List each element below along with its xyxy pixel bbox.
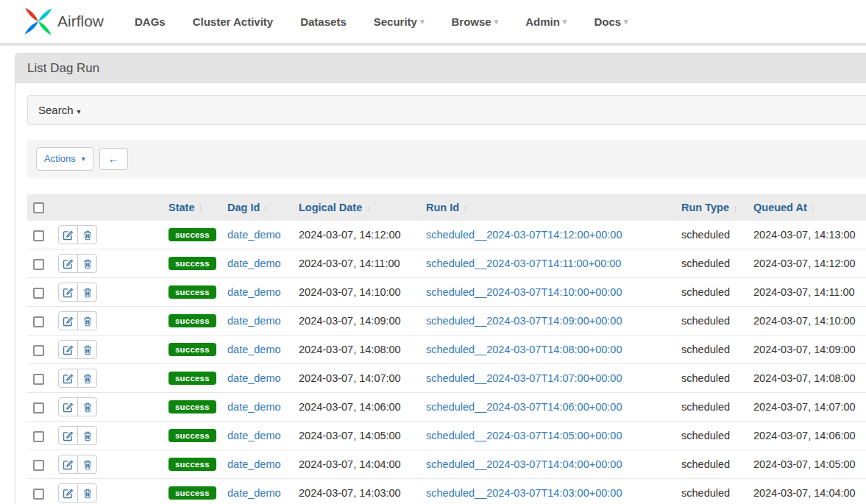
row-checkbox[interactable] bbox=[33, 431, 44, 442]
delete-record-button[interactable] bbox=[77, 369, 97, 388]
dag-id-cell: date_demo bbox=[221, 249, 293, 278]
edit-record-button[interactable] bbox=[58, 397, 78, 416]
table-row: successdate_demo2024-03-07, 14:03:00sche… bbox=[27, 479, 866, 504]
delete-record-button[interactable] bbox=[77, 397, 97, 416]
run-id-cell: scheduled__2024-03-07T14:03:00+00:00 bbox=[420, 479, 675, 504]
state-badge: success bbox=[168, 228, 216, 241]
state-badge: success bbox=[168, 458, 216, 471]
row-checkbox[interactable] bbox=[33, 402, 44, 414]
nav-item-docs[interactable]: Docs▾ bbox=[594, 15, 628, 28]
state-badge: success bbox=[168, 285, 216, 299]
nav-item-security[interactable]: Security▾ bbox=[374, 15, 425, 28]
sort-icon[interactable]: ↕ bbox=[463, 203, 467, 213]
queued-at-cell: 2024-03-07, 14:10:00 bbox=[748, 307, 866, 336]
nav-item-admin[interactable]: Admin▾ bbox=[525, 15, 567, 28]
edit-icon bbox=[63, 373, 74, 384]
row-checkbox[interactable] bbox=[33, 316, 44, 327]
sort-icon[interactable]: ↕ bbox=[811, 203, 815, 213]
state-badge: success bbox=[168, 372, 216, 385]
run-id-link[interactable]: scheduled__2024-03-07T14:08:00+00:00 bbox=[426, 344, 622, 355]
delete-record-button[interactable] bbox=[77, 455, 97, 474]
delete-record-button[interactable] bbox=[77, 426, 97, 445]
column-header-run-id[interactable]: Run Id↕ bbox=[420, 194, 675, 221]
delete-record-button[interactable] bbox=[77, 311, 97, 330]
nav-item-label: Admin bbox=[525, 15, 560, 28]
column-header-queued-at[interactable]: Queued At↕ bbox=[748, 194, 866, 221]
logical-date-cell: 2024-03-07, 14:07:00 bbox=[293, 364, 420, 393]
delete-record-button[interactable] bbox=[77, 483, 97, 503]
row-checkbox[interactable] bbox=[33, 374, 44, 385]
dag-id-link[interactable]: date_demo bbox=[227, 258, 281, 269]
row-checkbox[interactable] bbox=[33, 345, 44, 356]
run-id-link[interactable]: scheduled__2024-03-07T14:06:00+00:00 bbox=[426, 401, 622, 413]
column-header-logical-date[interactable]: Logical Date↕ bbox=[293, 194, 420, 221]
dag-id-link[interactable]: date_demo bbox=[227, 344, 281, 355]
row-checkbox[interactable] bbox=[33, 259, 44, 270]
edit-record-button[interactable] bbox=[58, 225, 78, 244]
actions-button[interactable]: Actions▾ bbox=[36, 147, 93, 171]
dag-id-link[interactable]: date_demo bbox=[227, 401, 281, 413]
row-checkbox[interactable] bbox=[33, 460, 44, 471]
delete-record-button[interactable] bbox=[77, 254, 97, 273]
navbar-menu: DAGsCluster ActivityDatasetsSecurity▾Bro… bbox=[135, 15, 628, 28]
edit-icon bbox=[63, 344, 74, 355]
edit-record-button[interactable] bbox=[58, 311, 78, 330]
dag-run-table: State↕Dag Id↕Logical Date↕Run Id↕Run Typ… bbox=[27, 194, 866, 504]
nav-item-datasets[interactable]: Datasets bbox=[300, 15, 347, 28]
airflow-logo[interactable]: Airflow bbox=[22, 5, 104, 38]
dag-id-link[interactable]: date_demo bbox=[227, 458, 281, 470]
chevron-down-icon: ▾ bbox=[563, 17, 567, 26]
run-id-link[interactable]: scheduled__2024-03-07T14:12:00+00:00 bbox=[426, 229, 622, 241]
nav-item-dags[interactable]: DAGs bbox=[135, 15, 166, 28]
nav-item-browse[interactable]: Browse▾ bbox=[451, 15, 498, 28]
column-header-run-type[interactable]: Run Type↕ bbox=[675, 194, 748, 221]
dag-id-link[interactable]: date_demo bbox=[227, 286, 281, 298]
nav-item-cluster-activity[interactable]: Cluster Activity bbox=[193, 15, 273, 28]
run-type-cell: scheduled bbox=[675, 479, 748, 504]
delete-record-button[interactable] bbox=[77, 225, 97, 244]
edit-record-button[interactable] bbox=[58, 455, 78, 474]
row-checkbox[interactable] bbox=[33, 230, 44, 241]
dag-id-link[interactable]: date_demo bbox=[227, 372, 281, 384]
edit-record-button[interactable] bbox=[58, 283, 78, 302]
column-header-state[interactable]: State↕ bbox=[163, 194, 221, 221]
dag-id-link[interactable]: date_demo bbox=[227, 229, 281, 241]
edit-record-button[interactable] bbox=[58, 340, 78, 359]
edit-record-button[interactable] bbox=[58, 369, 78, 388]
sort-icon[interactable]: ↕ bbox=[366, 203, 370, 213]
select-all-checkbox[interactable] bbox=[33, 202, 44, 213]
edit-record-button[interactable] bbox=[58, 254, 78, 273]
run-id-link[interactable]: scheduled__2024-03-07T14:05:00+00:00 bbox=[426, 430, 622, 441]
row-checkbox[interactable] bbox=[33, 288, 44, 299]
run-id-link[interactable]: scheduled__2024-03-07T14:07:00+00:00 bbox=[426, 372, 622, 384]
chevron-down-icon: ▾ bbox=[420, 17, 425, 26]
queued-at-cell: 2024-03-07, 14:06:00 bbox=[748, 422, 866, 450]
sort-icon[interactable]: ↕ bbox=[198, 203, 202, 213]
sort-icon[interactable]: ↕ bbox=[733, 203, 737, 213]
sort-icon[interactable]: ↕ bbox=[263, 203, 268, 213]
dag-id-link[interactable]: date_demo bbox=[227, 315, 281, 327]
run-id-link[interactable]: scheduled__2024-03-07T14:10:00+00:00 bbox=[426, 286, 622, 298]
state-cell: success bbox=[163, 450, 221, 479]
dag-id-link[interactable]: date_demo bbox=[227, 430, 281, 441]
run-id-link[interactable]: scheduled__2024-03-07T14:04:00+00:00 bbox=[426, 458, 622, 470]
dag-id-link[interactable]: date_demo bbox=[227, 487, 281, 499]
edit-record-button[interactable] bbox=[58, 426, 78, 445]
run-id-link[interactable]: scheduled__2024-03-07T14:03:00+00:00 bbox=[426, 487, 622, 499]
row-select-cell bbox=[27, 450, 52, 479]
row-checkbox[interactable] bbox=[33, 489, 44, 500]
queued-at-cell: 2024-03-07, 14:08:00 bbox=[748, 364, 866, 393]
back-button[interactable]: ← bbox=[99, 148, 128, 170]
delete-record-button[interactable] bbox=[77, 283, 97, 302]
run-id-link[interactable]: scheduled__2024-03-07T14:11:00+00:00 bbox=[426, 258, 621, 269]
state-cell: success bbox=[163, 278, 221, 307]
dag-id-cell: date_demo bbox=[221, 393, 293, 422]
state-cell: success bbox=[163, 422, 221, 450]
run-id-link[interactable]: scheduled__2024-03-07T14:09:00+00:00 bbox=[426, 315, 622, 327]
dag-id-cell: date_demo bbox=[221, 278, 293, 307]
delete-record-button[interactable] bbox=[77, 340, 97, 359]
search-dropdown[interactable]: Search▾ bbox=[27, 95, 866, 125]
actions-button-label: Actions bbox=[44, 153, 76, 165]
edit-record-button[interactable] bbox=[58, 483, 78, 503]
column-header-dag-id[interactable]: Dag Id↕ bbox=[221, 194, 293, 221]
